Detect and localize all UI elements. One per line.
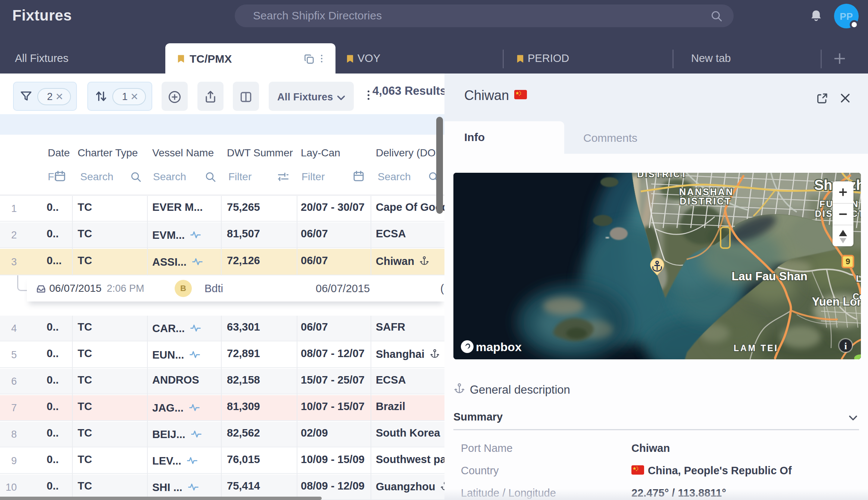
svg-text:DISTRICT: DISTRICT	[680, 196, 731, 206]
svg-text:Co: Co	[853, 291, 861, 301]
svg-text:LAM TEI: LAM TEI	[734, 343, 778, 353]
svg-text:L: L	[856, 274, 861, 284]
svg-text:DISTRICT: DISTRICT	[637, 173, 688, 179]
svg-text:Lau Fau Shan: Lau Fau Shan	[731, 270, 807, 283]
svg-text:i: i	[844, 341, 847, 351]
svg-text:mapbox: mapbox	[476, 340, 522, 354]
svg-text:NANSHAN: NANSHAN	[679, 187, 734, 197]
